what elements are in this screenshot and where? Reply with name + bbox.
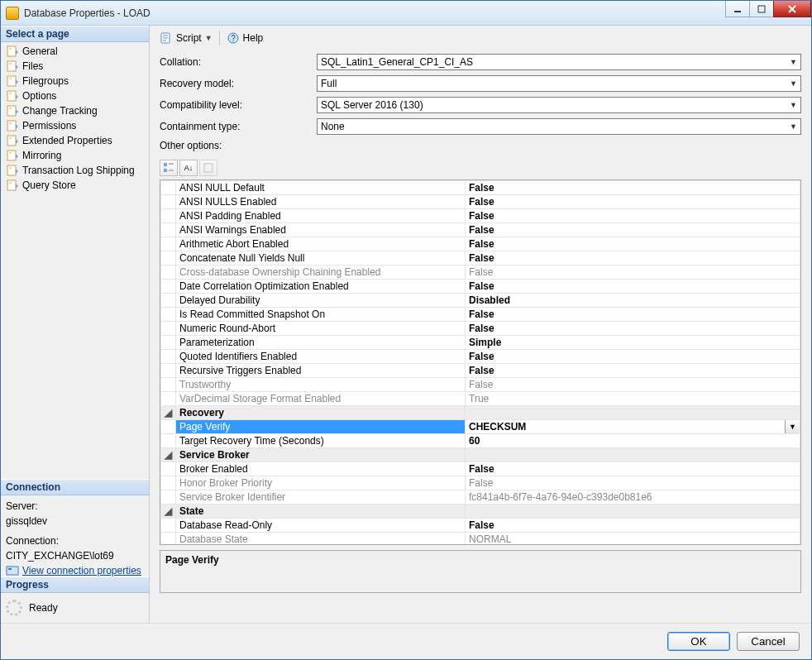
connection-properties-icon xyxy=(6,564,19,577)
ok-button[interactable]: OK xyxy=(667,632,730,651)
property-row[interactable]: Recursive Triggers EnabledFalse xyxy=(161,364,800,378)
property-value[interactable]: False xyxy=(466,251,800,265)
property-row[interactable]: Is Read Committed Snapshot OnFalse xyxy=(161,308,800,322)
app-icon xyxy=(6,7,19,20)
property-value[interactable]: False xyxy=(466,350,800,364)
script-label: Script xyxy=(176,32,202,44)
property-row[interactable]: TrustworthyFalse xyxy=(161,378,800,392)
expand-toggle[interactable]: ◢ xyxy=(161,505,176,519)
property-row[interactable]: Delayed DurabilityDisabled xyxy=(161,294,800,308)
property-value[interactable]: False xyxy=(466,195,800,209)
property-value[interactable]: False xyxy=(466,280,800,294)
property-value[interactable]: False xyxy=(466,364,800,378)
property-value[interactable]: Disabled xyxy=(466,294,800,308)
svg-rect-14 xyxy=(7,136,16,146)
property-value[interactable]: False xyxy=(466,223,800,237)
property-value[interactable]: False xyxy=(466,181,800,195)
svg-rect-13 xyxy=(9,122,12,124)
property-row[interactable]: ANSI Warnings EnabledFalse xyxy=(161,223,800,237)
property-category[interactable]: ◢State xyxy=(161,505,800,519)
property-row[interactable]: ANSI NULLS EnabledFalse xyxy=(161,195,800,209)
property-row[interactable]: VarDecimal Storage Format EnabledTrue xyxy=(161,392,800,406)
expand-toggle xyxy=(161,322,176,336)
property-value[interactable]: False xyxy=(466,209,800,223)
maximize-icon xyxy=(757,5,766,13)
property-value[interactable]: False xyxy=(466,237,800,251)
svg-rect-4 xyxy=(7,61,16,71)
compatibility-level-select[interactable]: SQL Server 2016 (130) ▼ xyxy=(317,97,801,113)
recovery-model-label: Recovery model: xyxy=(160,78,317,89)
property-row[interactable]: Service Broker Identifierfc841a4b-6f7e-4… xyxy=(161,490,800,505)
property-category[interactable]: ◢Recovery xyxy=(161,406,800,420)
property-row[interactable]: Broker EnabledFalse xyxy=(161,462,800,476)
property-grid-scroll[interactable]: ANSI NULL DefaultFalseANSI NULLS Enabled… xyxy=(160,180,800,544)
help-button[interactable]: ? Help xyxy=(223,30,267,46)
svg-rect-12 xyxy=(7,121,16,131)
script-icon xyxy=(160,31,173,45)
property-row[interactable]: Database Read-OnlyFalse xyxy=(161,519,800,533)
page-list-item[interactable]: Options xyxy=(1,88,149,103)
page-list: GeneralFilesFilegroupsOptionsChange Trac… xyxy=(1,42,149,194)
other-options-label: Other options: xyxy=(160,140,801,151)
property-value[interactable]: False xyxy=(466,519,800,533)
property-value: False xyxy=(466,378,800,392)
propertygrid-toolbar: A↓ xyxy=(150,160,811,179)
cancel-button[interactable]: Cancel xyxy=(737,632,800,651)
property-row[interactable]: ParameterizationSimple xyxy=(161,336,800,350)
property-row[interactable]: Database StateNORMAL xyxy=(161,533,800,545)
page-list-item[interactable]: Mirroring xyxy=(1,148,149,163)
script-button[interactable]: Script ▼ xyxy=(156,30,216,46)
recovery-model-select[interactable]: Full ▼ xyxy=(317,75,801,92)
maximize-button[interactable] xyxy=(749,1,774,17)
property-row[interactable]: ANSI NULL DefaultFalse xyxy=(161,181,800,195)
expand-toggle xyxy=(161,223,176,237)
property-value[interactable]: 60 xyxy=(466,434,800,448)
containment-type-select[interactable]: None ▼ xyxy=(317,118,801,135)
progress-panel: Ready xyxy=(1,593,149,623)
property-name: Database State xyxy=(176,533,466,545)
property-row[interactable]: Honor Broker PriorityFalse xyxy=(161,476,800,490)
property-value[interactable]: False xyxy=(466,308,800,322)
collation-select[interactable]: SQL_Latin1_General_CP1_CI_AS ▼ xyxy=(317,54,801,70)
page-list-item[interactable]: Change Tracking xyxy=(1,103,149,118)
page-list-item[interactable]: Permissions xyxy=(1,118,149,133)
page-icon xyxy=(6,134,19,147)
minimize-button[interactable] xyxy=(725,1,750,17)
page-list-item[interactable]: Extended Properties xyxy=(1,133,149,148)
svg-rect-6 xyxy=(7,76,16,86)
categorized-view-button[interactable] xyxy=(160,160,178,176)
property-value[interactable]: Simple xyxy=(466,336,800,350)
property-row[interactable]: Cross-database Ownership Chaining Enable… xyxy=(161,265,800,280)
page-icon xyxy=(6,45,19,58)
property-row[interactable]: Date Correlation Optimization EnabledFal… xyxy=(161,280,800,294)
property-value[interactable]: CHECKSUM▼ xyxy=(466,420,800,434)
property-name: Recovery xyxy=(176,406,466,420)
property-pages-button[interactable] xyxy=(199,160,217,176)
help-label: Help xyxy=(243,32,264,44)
property-name: Target Recovery Time (Seconds) xyxy=(176,434,466,448)
svg-rect-30 xyxy=(169,170,174,171)
property-row[interactable]: Numeric Round-AbortFalse xyxy=(161,322,800,336)
chevron-down-icon: ▼ xyxy=(790,122,797,131)
property-row[interactable]: ANSI Padding EnabledFalse xyxy=(161,209,800,223)
property-value[interactable]: False xyxy=(466,322,800,336)
page-list-item[interactable]: General xyxy=(1,44,149,59)
alphabetical-view-button[interactable]: A↓ xyxy=(179,160,198,176)
page-list-item[interactable]: Transaction Log Shipping xyxy=(1,163,149,178)
property-row[interactable]: Quoted Identifiers EnabledFalse xyxy=(161,350,800,364)
page-list-item[interactable]: Filegroups xyxy=(1,74,149,88)
expand-toggle[interactable]: ◢ xyxy=(161,406,176,420)
property-value xyxy=(466,406,800,420)
property-row[interactable]: Concatenate Null Yields NullFalse xyxy=(161,251,800,265)
property-category[interactable]: ◢Service Broker xyxy=(161,448,800,462)
property-dropdown-button[interactable]: ▼ xyxy=(785,420,800,433)
property-value[interactable]: False xyxy=(466,462,800,476)
property-row[interactable]: Target Recovery Time (Seconds)60 xyxy=(161,434,800,448)
page-list-item[interactable]: Files xyxy=(1,59,149,74)
property-row[interactable]: Arithmetic Abort EnabledFalse xyxy=(161,237,800,251)
close-button[interactable] xyxy=(773,1,811,17)
property-row[interactable]: Page VerifyCHECKSUM▼ xyxy=(161,420,800,434)
page-list-item[interactable]: Query Store xyxy=(1,178,149,193)
property-value xyxy=(466,505,800,519)
expand-toggle[interactable]: ◢ xyxy=(161,448,176,462)
